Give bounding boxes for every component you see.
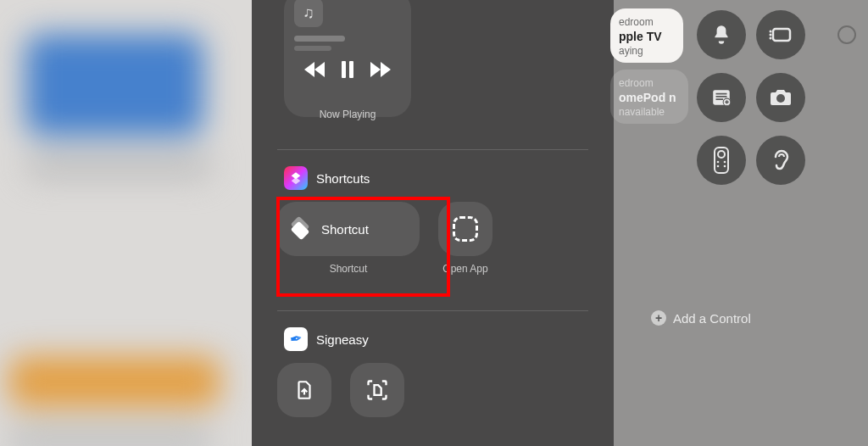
fast-forward-icon[interactable] — [370, 62, 391, 77]
control-center-preview: edroom pple TV aying edroom omePod n nav… — [614, 0, 868, 446]
controls-gallery-panel: ♫ Now Playing Shortcuts Shortcut Shortcu… — [252, 0, 614, 446]
svg-point-2 — [770, 34, 772, 36]
silent-mode-button[interactable] — [697, 10, 746, 59]
svg-point-8 — [718, 151, 725, 158]
signeasy-app-icon: ✒ — [284, 327, 308, 351]
music-app-icon: ♫ — [294, 0, 323, 27]
section-header-signeasy: ✒ Signeasy — [284, 327, 369, 351]
apple-tv-remote-button[interactable] — [697, 136, 746, 185]
plus-icon: + — [651, 310, 666, 326]
svg-point-12 — [724, 165, 726, 168]
svg-point-11 — [717, 165, 720, 168]
svg-point-1 — [770, 31, 772, 33]
svg-point-6 — [776, 94, 785, 103]
hearing-button[interactable] — [756, 136, 805, 185]
document-upload-icon — [293, 379, 315, 401]
device-card-appletv[interactable]: edroom pple TV aying — [610, 8, 683, 63]
add-control-button[interactable]: + Add a Control — [651, 310, 751, 326]
svg-point-9 — [717, 161, 720, 164]
section-header-shortcuts: Shortcuts — [284, 166, 370, 190]
quick-note-button[interactable] — [697, 73, 746, 122]
svg-point-3 — [770, 37, 772, 40]
now-playing-label: Now Playing — [284, 109, 411, 120]
device-card-homepod[interactable]: edroom omePod n navailable — [610, 70, 688, 124]
document-scan-icon — [365, 378, 389, 402]
pause-icon[interactable] — [342, 61, 353, 78]
camera-button[interactable] — [756, 73, 805, 122]
shortcuts-app-icon — [284, 166, 308, 190]
control-item-signeasy-1[interactable] — [277, 363, 331, 417]
now-playing-tile[interactable]: ♫ — [284, 0, 411, 117]
focus-button[interactable] — [756, 10, 805, 59]
control-item-signeasy-2[interactable] — [350, 363, 404, 417]
shortcut-stack-icon — [289, 218, 311, 240]
svg-point-10 — [724, 161, 726, 164]
open-app-icon — [453, 216, 478, 242]
control-item-shortcut[interactable]: Shortcut Shortcut — [277, 202, 420, 275]
page-indicator — [837, 25, 856, 44]
control-item-open-app[interactable]: Open App — [438, 202, 492, 275]
signeasy-row — [277, 363, 588, 417]
shortcuts-row: Shortcut Shortcut Open App — [277, 202, 588, 275]
rewind-icon[interactable] — [304, 62, 325, 77]
svg-rect-0 — [773, 29, 790, 41]
